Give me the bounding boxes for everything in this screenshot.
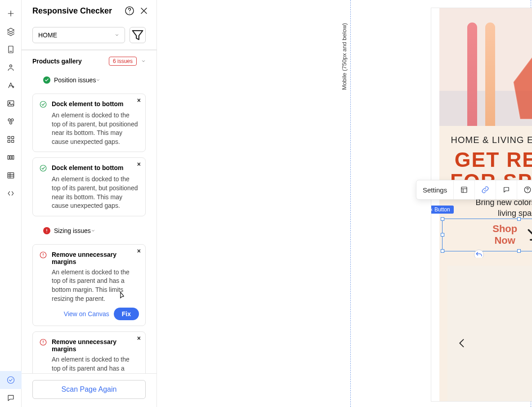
mobile-frame: HOME & LIVING ESSENTIALS GET READY FOR S… — [431, 8, 532, 401]
group-position-label: Position issues — [54, 76, 96, 84]
svg-rect-11 — [8, 156, 9, 159]
panel-title: Responsive Checker — [32, 6, 121, 16]
settings-button[interactable]: Settings — [416, 180, 454, 199]
svg-rect-2 — [8, 101, 13, 106]
section-label: Products gallery — [32, 58, 109, 65]
svg-point-5 — [11, 119, 13, 121]
error-circle-icon — [43, 227, 50, 234]
breakpoint-rule-left — [350, 0, 351, 407]
svg-point-6 — [9, 122, 12, 124]
left-rail — [0, 0, 22, 407]
chevron-down-icon — [91, 228, 95, 233]
issues-badge: 6 issues — [109, 57, 137, 66]
issue-body: An element is docked to the top of its p… — [39, 175, 139, 210]
svg-point-1 — [9, 65, 12, 67]
group-position-issues[interactable]: Position issues — [32, 72, 146, 88]
svg-point-4 — [8, 119, 10, 121]
page-icon[interactable] — [0, 40, 22, 58]
svg-point-15 — [7, 377, 14, 384]
dismiss-icon[interactable]: × — [137, 247, 141, 255]
check-circle-icon — [39, 164, 47, 172]
section-products-gallery[interactable]: Products gallery 6 issues — [22, 50, 156, 72]
responsive-checker-panel: Responsive Checker HOME Products gallery… — [22, 0, 157, 407]
flex-icon[interactable] — [0, 148, 22, 166]
issue-body: An element is docked to the top of its p… — [39, 268, 139, 303]
svg-rect-10 — [11, 140, 13, 143]
gallery-section — [439, 258, 532, 401]
svg-rect-0 — [9, 46, 13, 53]
page-dropdown[interactable]: HOME — [32, 27, 125, 43]
check-circle-icon — [43, 76, 50, 84]
svg-rect-12 — [10, 156, 11, 159]
help-icon[interactable] — [517, 180, 532, 199]
element-toolbar: Settings — [416, 180, 532, 200]
svg-rect-14 — [8, 173, 13, 178]
gallery-prev-icon[interactable] — [456, 337, 468, 349]
image-icon[interactable] — [0, 94, 22, 112]
comment-icon[interactable] — [0, 389, 22, 407]
fix-button[interactable]: Fix — [114, 308, 139, 320]
candle-green-icon — [491, 286, 517, 401]
vase-icon — [503, 31, 532, 126]
add-icon[interactable] — [0, 4, 22, 22]
selection-outline: ‹ Button — [442, 219, 532, 251]
issue-title: Remove unnecessary margins — [52, 251, 139, 265]
svg-point-3 — [9, 102, 10, 103]
code-icon[interactable] — [0, 184, 22, 202]
hero-subheading: HOME & LIVING ESSENTIALS — [446, 135, 532, 145]
dismiss-icon[interactable]: × — [137, 335, 141, 342]
comment-icon[interactable] — [496, 180, 517, 199]
scan-page-button[interactable]: Scan Page Again — [32, 380, 146, 399]
issue-title: Remove unnecessary margins — [52, 338, 139, 353]
dismiss-icon[interactable]: × — [137, 97, 141, 104]
issue-card: × Dock element to bottom An element is d… — [32, 94, 146, 152]
breakpoint-label: Mobile (750px and below) — [341, 23, 348, 90]
hero-image — [439, 8, 532, 126]
group-icon[interactable] — [0, 112, 22, 130]
svg-rect-8 — [11, 136, 13, 139]
group-sizing-issues[interactable]: Sizing issues — [32, 223, 146, 239]
check-circle-icon — [39, 100, 47, 108]
candle-blue-icon — [521, 286, 532, 401]
person-icon[interactable] — [0, 58, 22, 76]
issue-card: × Remove unnecessary margins An element … — [32, 331, 146, 373]
issues-scroll[interactable]: Position issues × Dock element to bottom… — [22, 72, 156, 373]
layers-icon[interactable] — [0, 22, 22, 40]
filter-button[interactable] — [130, 27, 146, 43]
dismiss-icon[interactable]: × — [137, 161, 141, 168]
selection-tag: ‹ Button — [431, 206, 454, 214]
chevron-down-icon — [96, 78, 100, 82]
grid-icon[interactable] — [0, 130, 22, 148]
close-icon[interactable] — [139, 5, 149, 16]
link-icon[interactable] — [475, 180, 496, 199]
svg-rect-24 — [461, 187, 467, 192]
issue-body: An element is docked to the top of its p… — [39, 111, 139, 146]
group-sizing-label: Sizing issues — [54, 227, 91, 234]
issue-body: An element is docked to the top of its p… — [39, 355, 139, 373]
svg-rect-9 — [8, 140, 10, 143]
hero-tagline-2: living space — [498, 209, 532, 218]
svg-rect-7 — [8, 136, 10, 139]
table-icon[interactable] — [0, 166, 22, 184]
view-on-canvas-link[interactable]: View on Canvas — [64, 310, 109, 318]
issue-card: × Remove unnecessary margins An element … — [32, 244, 146, 326]
layout-icon[interactable] — [454, 180, 475, 199]
check-icon[interactable] — [0, 371, 22, 389]
chevron-down-icon — [141, 59, 146, 63]
error-circle-icon — [39, 251, 47, 259]
page-dropdown-value: HOME — [38, 31, 57, 39]
issue-title: Dock element to bottom — [52, 164, 123, 171]
issue-title: Dock element to bottom — [52, 100, 123, 107]
svg-point-17 — [40, 101, 46, 107]
text-icon[interactable] — [0, 76, 22, 94]
svg-point-18 — [40, 165, 46, 172]
svg-rect-13 — [12, 156, 13, 159]
error-circle-icon — [39, 338, 47, 346]
canvas[interactable]: Mobile (750px and below) HOME & LIVING E… — [157, 0, 532, 407]
help-icon[interactable] — [124, 5, 135, 16]
issue-card: × Dock element to bottom An element is d… — [32, 157, 146, 216]
